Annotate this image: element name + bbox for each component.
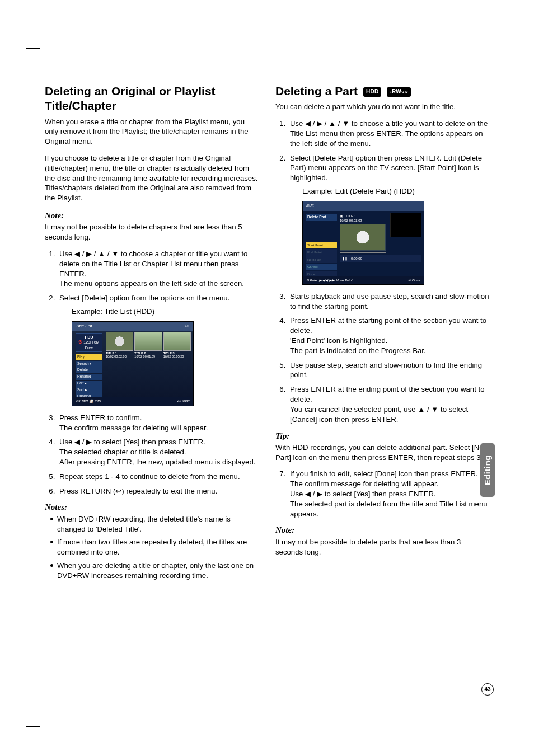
shot-title: Edit (303, 201, 424, 211)
menu-item: Delete (76, 367, 102, 373)
right-column: Deleting a Part HDD -RWVR You can delete… (275, 84, 489, 584)
step-text: If you finish to edit, select [Done] ico… (290, 469, 489, 479)
shot-title-label: ▣ TITLE 1 (340, 214, 356, 218)
example-label: Example: Title List (HDD) (72, 307, 259, 317)
page-number: 43 (481, 683, 494, 696)
shot-footer: ⊙ Enter 📋 Info↩ Close (72, 397, 193, 406)
menu-item: Edit ▸ (76, 381, 102, 387)
crop-mark (26, 48, 40, 63)
shot-controls: ❚❚0:00:00 (340, 255, 421, 262)
right-steps-c: If you finish to edit, select [Done] ico… (288, 469, 489, 519)
step-text: Use ◀ / ▶ to select [Yes] then press ENT… (290, 489, 489, 499)
menu-item: Play (76, 354, 102, 360)
step-text: The confirm message for deleting will ap… (290, 479, 489, 489)
step-text: Starts playback and use pause step, sear… (290, 292, 489, 312)
shot-footer: ⊙ Enter ▶ ◀◀ ▶▶ Move Point↩ Close (303, 276, 424, 284)
section-tab-label: Editing (482, 455, 493, 485)
step-text: After pressing ENTER, the new, updated m… (59, 457, 259, 467)
note-text: It may not be possible to delete parts t… (275, 537, 489, 557)
shot-panel-header: Delete Part (306, 214, 337, 221)
note-heading: Note: (275, 524, 489, 536)
left-para-1: When you erase a title or chapter from t… (45, 117, 259, 147)
menu-item: Sort ▸ (76, 387, 102, 393)
left-column: Deleting an Original or Playlist Title/C… (45, 84, 259, 584)
shot-video-pip (390, 213, 421, 237)
left-para-2: If you choose to delete a title or chapt… (45, 153, 259, 203)
step-text: Use ◀ / ▶ / ▲ / ▼ to choose a title you … (290, 119, 489, 148)
badge-rw-text: -RW (390, 88, 401, 95)
time-label: 0:00:00 (351, 256, 362, 261)
menu-item: Search ▸ (76, 361, 102, 367)
step-text: The selected chapter or title is deleted… (59, 447, 259, 457)
right-steps-b: Starts playback and use pause step, sear… (288, 292, 489, 425)
step-3: Starts playback and use pause step, sear… (288, 292, 489, 312)
step-5: Use pause step, search and slow-motion t… (288, 360, 489, 381)
step-text: The selected part is deleted from the ti… (290, 499, 489, 519)
page-body: Deleting an Original or Playlist Title/C… (0, 0, 534, 618)
step-text: Repeat steps 1 - 4 to continue to delete… (59, 472, 259, 482)
note-item: If more than two titles are repeatedly d… (50, 537, 259, 557)
title-list-screenshot: Title List1/1 HDD ⦿ 128H 6M Free Play Se… (72, 321, 194, 406)
step-3: Press ENTER to confirm. The confirm mess… (57, 413, 259, 433)
right-para-1: You can delete a part which you do not w… (275, 102, 489, 112)
notes-heading: Notes: (45, 501, 259, 513)
shot-footer-right: ↩ Close (408, 278, 420, 283)
opt-item: Cancel (306, 264, 337, 270)
shot-footer-left: ⊙ Enter 📋 Info (76, 399, 101, 404)
note-item: When you are deleting a title or chapter… (50, 561, 259, 581)
step-1: Use ◀ / ▶ / ▲ / ▼ to choose a title you … (288, 119, 489, 148)
step-text: Press ENTER at the starting point of the… (290, 316, 489, 336)
shot-title: Title List (76, 323, 92, 328)
note-item: When DVD+RW recording, the deleted title… (50, 514, 259, 534)
edit-delete-part-screenshot: Edit Delete Part Start Point End Point N… (302, 201, 424, 285)
right-heading: Deleting a Part HDD -RWVR (275, 84, 489, 98)
shot-footer-right: ↩ Close (177, 399, 190, 404)
step-4: Use ◀ / ▶ to select [Yes] then press ENT… (57, 437, 259, 467)
crop-mark (26, 712, 40, 727)
opt-item: Next Part (306, 256, 337, 263)
shot-menu: Play Search ▸ Delete Rename Edit ▸ Sort … (76, 354, 102, 400)
right-heading-text: Deleting a Part (275, 84, 358, 97)
step-text: Press ENTER at the ending point of the s… (290, 384, 489, 405)
step-4: Press ENTER at the starting point of the… (288, 316, 489, 355)
shot-hdd-label: HDD (77, 335, 101, 340)
step-text: Use ◀ / ▶ / ▲ / ▼ to choose a chapter or… (59, 249, 259, 279)
step-text: Select [Delete Part] option then press E… (290, 153, 489, 183)
shot-preview: ▣ TITLE 116/02 00:02:03 (340, 214, 386, 253)
pause-icon: ❚❚ (342, 256, 348, 261)
step-text: The confirm message for deleting will ap… (59, 423, 259, 433)
tip-text: With HDD recordings, you can delete addi… (275, 443, 489, 463)
note-heading: Note: (45, 210, 259, 221)
opt-item: End Point (306, 249, 337, 256)
thumb: TITLE 116/02 00:02:03 (106, 332, 133, 358)
step-2: Select [Delete Part] option then press E… (288, 153, 489, 285)
thumb: TITLE 216/02 00:01:39 (134, 332, 162, 358)
badge-rwvr: -RWVR (387, 87, 410, 97)
step-5: Repeat steps 1 - 4 to continue to delete… (57, 472, 259, 482)
example-label: Example: Edit (Delete Part) (HDD) (302, 186, 489, 196)
opt-item: Start Point (306, 242, 337, 248)
record-icon: ⦿ (78, 340, 82, 344)
step-1: Use ◀ / ▶ / ▲ / ▼ to choose a chapter or… (57, 249, 259, 289)
step-text: Select [Delete] option from the options … (59, 293, 259, 303)
menu-item: Rename (76, 374, 102, 380)
thumb-date: 16/02 00:01:39 (134, 355, 155, 358)
shot-footer-left: ⊙ Enter ▶ ◀◀ ▶▶ Move Point (306, 278, 353, 283)
shot-thumbs: TITLE 116/02 00:02:03 TITLE 216/02 00:01… (106, 332, 191, 358)
badge-vr-text: VR (401, 90, 408, 95)
right-steps-a: Use ◀ / ▶ / ▲ / ▼ to choose a title you … (288, 119, 489, 285)
page-number-value: 43 (484, 685, 490, 693)
shot-left-panel: Delete Part Start Point End Point Next P… (306, 214, 337, 278)
step-text: The menu options appears on the left sid… (59, 279, 259, 289)
tip-heading: Tip: (275, 430, 489, 442)
step-text: Use ◀ / ▶ to select [Yes] then press ENT… (59, 437, 259, 447)
left-heading: Deleting an Original or Playlist Title/C… (45, 84, 259, 114)
shot-page: 1/1 (185, 324, 190, 329)
notes-list: When DVD+RW recording, the deleted title… (50, 514, 259, 581)
shot-title-date: 16/02 00:02:03 (340, 219, 362, 222)
shot-free: 128H 6M Free (83, 340, 99, 349)
thumb: TITLE 316/02 00:05:20 (163, 332, 191, 358)
step-text: The part is indicated on the Progress Ba… (290, 346, 489, 356)
badge-hdd: HDD (363, 87, 382, 97)
left-steps: Use ◀ / ▶ / ▲ / ▼ to choose a chapter or… (57, 249, 259, 496)
